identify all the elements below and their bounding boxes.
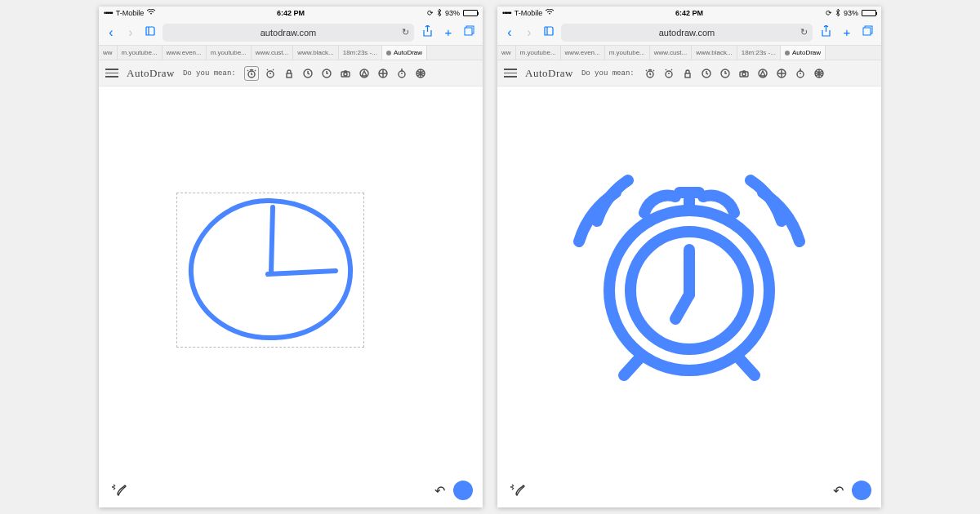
tab-item[interactable]: ww (99, 46, 118, 60)
forward-button[interactable]: › (522, 25, 537, 40)
stopwatch-icon[interactable] (394, 66, 409, 81)
clock-time: 6:42 PM (99, 9, 483, 17)
ios-status-bar: ••••• T-Mobile 6:42 PM ⟳ 93% (99, 7, 483, 20)
app-title: AutoDraw (127, 67, 175, 80)
url-field[interactable]: autodraw.com ↻ (561, 24, 813, 42)
url-text: autodraw.com (659, 28, 715, 38)
alarm-clock-alt-icon[interactable] (662, 66, 676, 81)
back-button[interactable]: ‹ (104, 25, 118, 40)
svg-rect-14 (863, 28, 871, 35)
canvas-controls: ↶ (99, 480, 483, 501)
tab-item[interactable]: m.youtube... (207, 46, 252, 60)
device-right: ••••• T-Mobile 6:42 PM ⟳ 93% ‹ › autodra… (497, 7, 881, 507)
svg-rect-1 (465, 28, 472, 35)
battery-icon (862, 10, 876, 16)
camera-icon[interactable] (338, 66, 353, 81)
safari-toolbar: ‹ › autodraw.com ↻ + (99, 20, 483, 46)
suggestion-prompt: Do you mean: (183, 69, 236, 78)
tab-item[interactable]: m.youtube... (516, 46, 561, 60)
new-tab-button[interactable]: + (440, 25, 457, 39)
drawing-canvas[interactable]: ↶ (497, 86, 881, 507)
tab-item[interactable]: 18m:23s -... (737, 46, 781, 60)
ios-status-bar: ••••• T-Mobile 6:42 PM ⟳ 93% (497, 7, 881, 20)
suggestion-prompt: Do you mean: (581, 69, 635, 78)
tab-strip: ww m.youtube... www.even... m.youtube...… (497, 46, 881, 60)
favicon-icon (386, 51, 391, 55)
tabs-button[interactable] (461, 25, 478, 39)
back-button[interactable]: ‹ (502, 25, 517, 40)
menu-button[interactable] (504, 69, 517, 78)
tab-item-active[interactable]: AutoDraw (781, 46, 826, 60)
url-text: autodraw.com (261, 28, 316, 38)
autodraw-toolbar: AutoDraw Do you mean: (99, 60, 483, 86)
tab-item[interactable]: m.youtube... (605, 46, 650, 60)
new-tab-button[interactable]: + (839, 25, 855, 39)
color-picker-button[interactable] (453, 481, 473, 500)
basketball-icon[interactable] (413, 66, 428, 81)
bookmarks-button[interactable] (541, 25, 556, 40)
tab-item[interactable]: www.even... (561, 46, 605, 60)
tab-item[interactable]: 18m:23s -... (339, 46, 382, 60)
drawing-canvas[interactable]: ↶ (99, 86, 483, 507)
clock-alt-icon[interactable] (718, 66, 733, 81)
svg-rect-17 (685, 73, 690, 78)
compass-icon[interactable] (357, 66, 372, 81)
clock-icon[interactable] (699, 66, 714, 81)
device-left: ••••• T-Mobile 6:42 PM ⟳ 93% ‹ › autodra… (99, 7, 483, 507)
padlock-icon[interactable] (282, 66, 296, 81)
url-field[interactable]: autodraw.com ↻ (163, 24, 414, 42)
share-button[interactable] (817, 25, 834, 40)
tab-item[interactable]: www.even... (163, 46, 207, 60)
stopwatch-icon[interactable] (793, 66, 808, 81)
safari-toolbar: ‹ › autodraw.com ↻ + (497, 20, 881, 46)
target-icon[interactable] (774, 66, 789, 81)
tab-item-active[interactable]: AutoDraw (382, 46, 427, 60)
reload-button[interactable]: ↻ (800, 27, 808, 38)
share-button[interactable] (419, 25, 435, 40)
camera-icon[interactable] (737, 66, 751, 81)
autodraw-result[interactable] (555, 135, 824, 408)
tabs-button[interactable] (860, 25, 876, 39)
autodraw-toolbar: AutoDraw Do you mean: (497, 60, 881, 86)
svg-point-21 (742, 73, 746, 76)
user-sketch[interactable] (176, 193, 364, 351)
tab-item[interactable]: www.black... (692, 46, 737, 60)
favicon-icon (785, 51, 790, 55)
autodraw-tool-button[interactable] (109, 480, 130, 501)
tab-strip: ww m.youtube... www.even... m.youtube...… (99, 46, 483, 60)
bookmarks-button[interactable] (143, 25, 158, 40)
undo-button[interactable]: ↶ (833, 483, 844, 498)
compass-icon[interactable] (755, 66, 770, 81)
svg-rect-4 (287, 73, 292, 78)
target-icon[interactable] (376, 66, 390, 81)
reload-button[interactable]: ↻ (402, 27, 409, 38)
undo-button[interactable]: ↶ (434, 483, 445, 498)
alarm-clock-icon[interactable] (643, 66, 657, 81)
tab-item[interactable]: m.youtube... (118, 46, 163, 60)
menu-button[interactable] (105, 69, 118, 78)
color-picker-button[interactable] (852, 481, 871, 500)
alarm-clock-icon[interactable] (244, 66, 259, 81)
forward-button[interactable]: › (123, 25, 138, 40)
canvas-controls: ↶ (497, 480, 881, 501)
padlock-icon[interactable] (680, 66, 695, 81)
suggestion-row (244, 66, 428, 81)
battery-icon (463, 10, 478, 16)
tab-item[interactable]: www.black... (293, 46, 338, 60)
autodraw-tool-button[interactable] (507, 480, 528, 501)
clock-time: 6:42 PM (497, 9, 881, 17)
tab-item[interactable]: www.cust... (252, 46, 293, 60)
basketball-icon[interactable] (812, 66, 826, 81)
clock-alt-icon[interactable] (319, 66, 334, 81)
app-title: AutoDraw (525, 67, 573, 80)
svg-point-8 (344, 73, 347, 76)
suggestion-row (643, 66, 826, 81)
clock-icon[interactable] (301, 66, 315, 81)
alarm-clock-alt-icon[interactable] (263, 66, 278, 81)
tab-item[interactable]: ww (497, 46, 516, 60)
tab-item[interactable]: www.cust... (650, 46, 692, 60)
